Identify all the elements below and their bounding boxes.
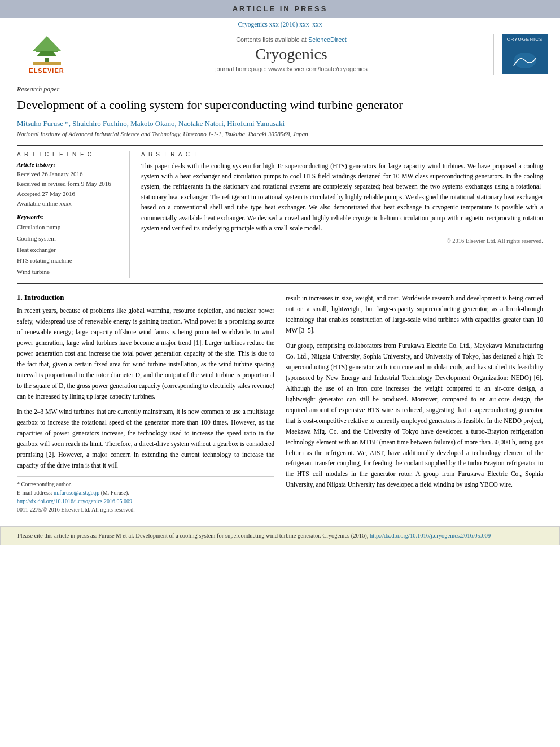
body-right-para1: result in increases in size, weight, and… xyxy=(286,293,543,336)
keyword-2: Cooling system xyxy=(17,233,121,244)
citation-bar: Please cite this article in press as: Fu… xyxy=(0,526,560,545)
footnote-doi: http://dx.doi.org/10.1016/j.cryogenics.2… xyxy=(17,497,274,505)
doi-line: Cryogenics xxx (2016) xxx–xxx xyxy=(0,18,560,30)
footnote-star: * Corresponding author. xyxy=(17,480,274,488)
body-right-para2: Our group, comprising collaborators from… xyxy=(286,340,543,491)
article-info-label: A R T I C L E I N F O xyxy=(17,151,121,158)
body-para2: In the 2–3 MW wind turbines that are cur… xyxy=(17,407,274,471)
keyword-4: HTS rotating machine xyxy=(17,255,121,267)
citation-link[interactable]: http://dx.doi.org/10.1016/j.cryogenics.2… xyxy=(370,532,491,539)
keyword-5: Wind turbine xyxy=(17,267,121,278)
svg-marker-3 xyxy=(33,36,61,51)
citation-text: Please cite this article in press as: Fu… xyxy=(18,532,368,539)
elsevier-brand-text: ELSEVIER xyxy=(29,67,64,74)
received-date: Received 26 January 2016 xyxy=(17,169,121,180)
sciencedirect-line: Contents lists available at ScienceDirec… xyxy=(236,36,347,43)
cryogenics-logo-image xyxy=(508,49,542,72)
article-title: Development of a cooling system for supe… xyxy=(17,97,543,113)
cryogenics-logo-area: CRYOGENICS xyxy=(493,34,550,75)
cryogenics-brand: CRYOGENICS xyxy=(507,37,543,42)
journal-header: ELSEVIER Contents lists available at Sci… xyxy=(10,30,550,78)
affiliation-line: National Institute of Advanced Industria… xyxy=(17,130,543,137)
article-history: Article history: Received 26 January 201… xyxy=(17,161,121,209)
journal-center-info: Contents lists available at ScienceDirec… xyxy=(89,34,493,75)
keywords-heading: Keywords: xyxy=(17,213,121,220)
aip-banner: ARTICLE IN PRESS xyxy=(0,0,560,18)
abstract-label: A B S T R A C T xyxy=(141,151,543,158)
authors-line: Mitsuho Furuse *, Shuichiro Fuchino, Mak… xyxy=(17,119,543,128)
article-type-label: Research paper xyxy=(17,85,543,94)
email-link[interactable]: m.furuse@aist.go.jp xyxy=(54,490,99,496)
accepted-date: Accepted 27 May 2016 xyxy=(17,189,121,199)
content-area: Research paper Development of a cooling … xyxy=(0,78,560,523)
body-para1: In recent years, because of problems lik… xyxy=(17,305,274,402)
section1-title: 1. Introduction xyxy=(17,293,274,302)
body-content: 1. Introduction In recent years, because… xyxy=(17,293,543,514)
body-right-col: result in increases in size, weight, and… xyxy=(286,293,543,514)
abstract-text: This paper deals with the cooling system… xyxy=(141,161,543,234)
journal-name: Cryogenics xyxy=(255,45,327,63)
footnote-copyright: 0011-2275/© 2016 Elsevier Ltd. All right… xyxy=(17,505,274,514)
keyword-1: Circulation pump xyxy=(17,222,121,233)
keywords-section: Keywords: Circulation pump Cooling syste… xyxy=(17,213,121,278)
abstract-copyright: © 2016 Elsevier Ltd. All rights reserved… xyxy=(141,238,543,244)
journal-homepage: journal homepage: www.elsevier.com/locat… xyxy=(215,65,368,72)
history-heading: Article history: xyxy=(17,161,121,168)
article-info-col: A R T I C L E I N F O Article history: R… xyxy=(17,151,130,278)
elsevier-logo-area: ELSEVIER xyxy=(10,34,89,75)
available-online: Available online xxxx xyxy=(17,199,121,209)
article-info-abstract-section: A R T I C L E I N F O Article history: R… xyxy=(17,145,543,284)
footnote-email: E-mail address: m.furuse@aist.go.jp (M. … xyxy=(17,488,274,497)
revised-date: Received in revised form 9 May 2016 xyxy=(17,179,121,189)
keyword-3: Heat exchanger xyxy=(17,244,121,256)
body-left-col: 1. Introduction In recent years, because… xyxy=(17,293,274,514)
abstract-col: A B S T R A C T This paper deals with th… xyxy=(141,151,543,278)
sciencedirect-link[interactable]: ScienceDirect xyxy=(308,36,347,43)
footnote-area: * Corresponding author. E-mail address: … xyxy=(17,476,274,514)
svg-rect-4 xyxy=(33,62,61,65)
